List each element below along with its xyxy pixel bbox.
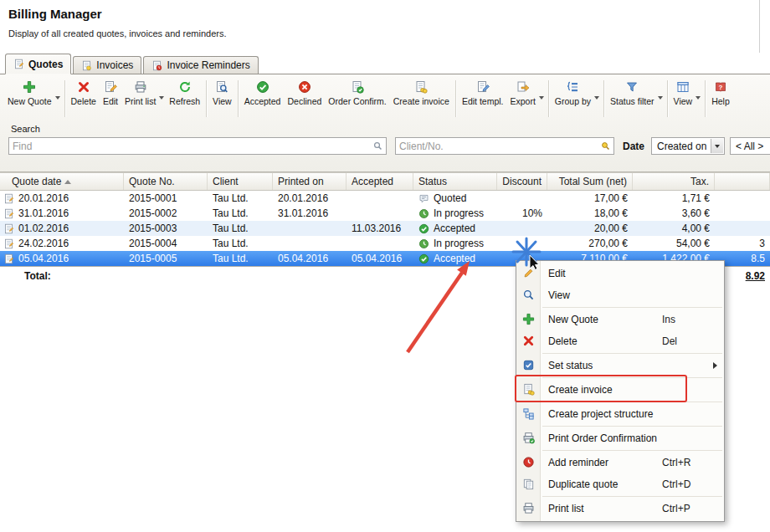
table-header: Quote date Quote No. Client Printed on A…: [0, 172, 770, 191]
column-header-accepted[interactable]: Accepted: [346, 173, 413, 190]
toolbar-separator: [667, 80, 668, 117]
menu-separator: [542, 402, 722, 402]
export-button[interactable]: Export: [506, 76, 545, 121]
print-list-button[interactable]: Print list: [121, 76, 166, 121]
tab-invoice-reminders[interactable]: Invoice Reminders: [143, 56, 258, 74]
column-header-total-sum-net[interactable]: Total Sum (net): [547, 173, 633, 190]
menu-item-edit[interactable]: Edit: [516, 263, 724, 284]
menu-item-new-quote[interactable]: New Quote Ins: [516, 309, 724, 330]
menu-item-delete[interactable]: Delete Del: [516, 330, 724, 352]
column-header-client[interactable]: Client: [208, 173, 273, 190]
menu-item-print-list[interactable]: Print list Ctrl+P: [516, 498, 724, 519]
table-row[interactable]: 24.02.2016 2015-0004 Tau Ltd. In progres…: [0, 236, 770, 251]
window-edge-line: [759, 0, 760, 53]
order-confirm-button[interactable]: Order Confirm.: [325, 76, 389, 121]
cell-total-net: 17,00 €: [547, 191, 633, 206]
column-header-quote-date[interactable]: Quote date: [0, 173, 124, 190]
dropdown-arrow-icon[interactable]: [696, 96, 701, 100]
declined-button[interactable]: Declined: [284, 76, 325, 121]
cell-accepted: [346, 206, 413, 221]
dropdown-arrow-icon[interactable]: [658, 96, 663, 100]
cell-total-net: 270,00 €: [547, 236, 633, 251]
date-filter-value: Created on: [657, 141, 706, 152]
view-icon: [215, 80, 228, 94]
column-header-quote-no[interactable]: Quote No.: [124, 173, 208, 190]
edit-button[interactable]: Edit: [100, 76, 121, 121]
dropdown-arrow-icon[interactable]: [539, 96, 544, 100]
cell-quote-date: 01.02.2016: [18, 223, 69, 234]
quote-row-icon: [3, 193, 14, 204]
delete-icon: [77, 80, 90, 94]
search-section-label: Search: [11, 124, 40, 134]
cell-printed-on: 20.01.2016: [273, 191, 346, 206]
project-structure-icon: [522, 407, 535, 420]
dropdown-arrow-icon[interactable]: [55, 96, 60, 100]
tab-invoices[interactable]: Invoices: [73, 56, 141, 74]
create-invoice-button[interactable]: Create invoice: [390, 76, 453, 121]
toolbar-separator: [548, 80, 549, 117]
column-header-clipped[interactable]: [715, 173, 770, 190]
table-row[interactable]: 20.01.2016 2015-0001 Tau Ltd. 20.01.2016…: [0, 191, 770, 206]
select-arrow-icon[interactable]: [711, 139, 723, 153]
menu-item-set-status[interactable]: Set status: [516, 355, 724, 376]
refresh-button[interactable]: Refresh: [166, 76, 203, 121]
add-reminder-icon: [522, 456, 535, 468]
set-status-icon: [522, 359, 535, 371]
cell-status: Accepted: [434, 253, 475, 264]
view-button[interactable]: View: [209, 76, 235, 121]
help-icon: ?: [714, 80, 727, 94]
cell-clipped: [715, 191, 770, 206]
dropdown-arrow-icon[interactable]: [159, 96, 164, 100]
menu-item-create-project-structure[interactable]: Create project structure: [516, 403, 724, 425]
print-icon: [522, 502, 535, 514]
new-quote-button[interactable]: New Quote: [4, 76, 62, 121]
dropdown-arrow-icon[interactable]: [594, 96, 599, 100]
table-row[interactable]: 31.01.2016 2015-0002 Tau Ltd. 31.01.2016…: [0, 206, 770, 221]
refresh-icon: [178, 80, 192, 94]
cell-status: In progress: [434, 238, 484, 249]
cell-client: Tau Ltd.: [208, 191, 273, 206]
cell-accepted: 11.03.2016: [346, 221, 413, 236]
date-range-select[interactable]: < All >: [730, 137, 770, 155]
client-search-icon[interactable]: [597, 141, 613, 151]
cell-quote-date: 31.01.2016: [18, 207, 69, 219]
cell-discount: [497, 191, 547, 206]
new-quote-icon: [522, 313, 535, 325]
tab-quotes[interactable]: Quotes: [5, 54, 71, 74]
status-filter-button[interactable]: Status filter: [607, 76, 665, 121]
column-header-discount[interactable]: Discount: [497, 173, 547, 190]
tab-quotes-label: Quotes: [28, 59, 63, 70]
quote-row-icon: [3, 238, 14, 249]
cell-client: Tau Ltd.: [208, 251, 273, 266]
status-filter-icon: [625, 80, 639, 94]
column-header-status[interactable]: Status: [413, 173, 497, 190]
menu-item-view[interactable]: View: [516, 284, 724, 306]
menu-item-duplicate-quote[interactable]: Duplicate quote Ctrl+D: [516, 473, 724, 495]
toolbar-separator: [238, 80, 239, 117]
accepted-button[interactable]: Accepted: [241, 76, 285, 121]
view-mode-button[interactable]: View: [670, 76, 703, 121]
invoices-tab-icon: [81, 60, 92, 71]
column-header-tax[interactable]: Tax.: [633, 173, 715, 190]
cell-quote-date: 20.01.2016: [18, 192, 69, 204]
cell-quote-no: 2015-0004: [124, 236, 208, 251]
menu-item-add-reminder[interactable]: Add reminder Ctrl+R: [516, 452, 724, 473]
client-number-input[interactable]: [396, 141, 597, 152]
find-filter-icon[interactable]: [369, 141, 386, 151]
menu-item-print-order-confirmation[interactable]: Print Order Confirmation: [516, 427, 724, 449]
submenu-arrow-icon: [713, 362, 717, 369]
delete-button[interactable]: Delete: [68, 76, 100, 121]
menu-item-create-invoice[interactable]: Create invoice: [516, 379, 724, 401]
find-input[interactable]: [9, 141, 369, 152]
date-filter-select[interactable]: Created on: [651, 137, 725, 155]
menu-shortcut: Del: [662, 335, 677, 347]
edit-icon: [522, 267, 535, 279]
column-header-printed-on[interactable]: Printed on: [273, 173, 346, 190]
table-row[interactable]: 01.02.2016 2015-0003 Tau Ltd. 11.03.2016…: [0, 221, 770, 236]
cell-client: Tau Ltd.: [208, 206, 273, 221]
sort-asc-icon: [64, 180, 71, 184]
help-button[interactable]: ? Help: [708, 76, 733, 121]
tab-invoice-reminders-label: Invoice Reminders: [167, 59, 249, 71]
group-by-button[interactable]: Group by: [552, 76, 601, 121]
edit-template-button[interactable]: Edit templ.: [459, 76, 507, 121]
